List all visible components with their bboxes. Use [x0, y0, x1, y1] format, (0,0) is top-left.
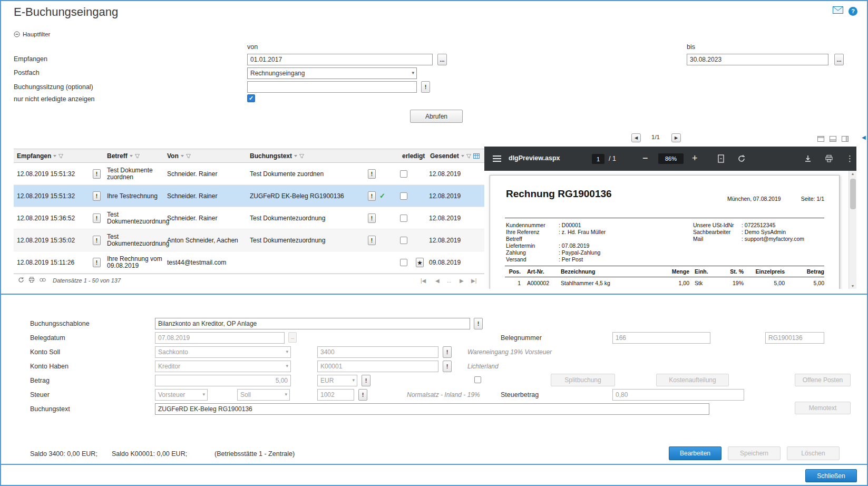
steuer-konto-input[interactable]	[317, 389, 354, 401]
buchungstext-detail-button[interactable]: !	[368, 236, 376, 245]
column-header-buchungstext[interactable]: Buchungstext	[250, 149, 304, 163]
postfach-select[interactable]: Rechnungseingang ▾	[247, 67, 417, 79]
scroll-up-icon[interactable]: ▲	[849, 172, 856, 176]
konto-soll-lookup-button[interactable]: !	[443, 346, 452, 358]
column-header-empfangen[interactable]: Empfangen	[17, 149, 63, 163]
column-header-erledigt[interactable]: erledigt	[402, 149, 425, 163]
konto-haben-lookup-button[interactable]: !	[443, 361, 452, 372]
dock-right-icon[interactable]	[842, 134, 849, 144]
pager-next-button[interactable]: ▶	[460, 278, 464, 284]
loeschen-button[interactable]: Löschen	[787, 446, 840, 460]
pdf-scrollbar-thumb[interactable]	[850, 179, 856, 209]
pdf-page-input[interactable]: 1	[592, 154, 604, 164]
buchungstext-detail-button[interactable]: !	[368, 191, 376, 201]
pager-last-button[interactable]: ▶|	[471, 278, 476, 284]
konto-haben-input[interactable]	[317, 361, 438, 372]
more-options-icon[interactable]: ⋮	[846, 154, 854, 163]
von-date-input[interactable]	[247, 54, 433, 65]
row-detail-button[interactable]: !	[93, 191, 101, 201]
pager-prev-button[interactable]: ◀	[435, 278, 440, 284]
kostenaufteilung-button[interactable]: Kostenaufteilung	[656, 374, 729, 386]
buchungsschablone-lookup-button[interactable]: !	[474, 318, 483, 329]
row-detail-button[interactable]: !	[93, 169, 101, 179]
belegnummer-input[interactable]	[612, 332, 710, 344]
print-icon[interactable]	[825, 154, 833, 165]
pager-first-button[interactable]: |◀	[421, 278, 426, 284]
fit-page-icon[interactable]	[717, 154, 725, 165]
row-detail-button[interactable]: !	[93, 213, 101, 223]
erledigt-checkbox[interactable]	[400, 237, 407, 244]
buchungssitzung-lookup-button[interactable]: !	[421, 81, 430, 93]
steuer-side-select[interactable]: Soll ▾	[237, 389, 290, 401]
currency-lookup-button[interactable]: !	[362, 375, 370, 386]
scroll-down-icon[interactable]: ▼	[849, 284, 856, 288]
row-detail-button[interactable]: !	[93, 258, 101, 267]
select-columns-icon[interactable]	[473, 153, 480, 159]
buchungstext-input[interactable]	[155, 403, 709, 415]
konto-soll-type-select[interactable]: Sachkonto ▾	[155, 346, 291, 358]
column-header-betreff[interactable]: Betreff	[107, 149, 140, 163]
belegdatum-picker-button[interactable]: ...	[288, 332, 297, 343]
row-detail-button[interactable]: !	[93, 236, 101, 245]
table-row[interactable]: 12.08.2019 15:11:26 ! Ihre Rechnung vom …	[14, 251, 494, 274]
refresh-icon[interactable]	[18, 277, 24, 285]
speichern-button[interactable]: Speichern	[728, 446, 781, 460]
column-header-gesendet[interactable]: Gesendet	[430, 149, 480, 163]
hauptfilter-toggle[interactable]: Hauptfilter	[14, 31, 50, 37]
rotate-icon[interactable]	[737, 154, 746, 165]
filter-icon[interactable]	[186, 154, 191, 159]
pager-more-button[interactable]: ...	[447, 278, 451, 284]
erledigt-checkbox[interactable]	[400, 170, 407, 178]
star-button[interactable]: ★	[416, 258, 424, 267]
mail-icon[interactable]	[833, 6, 843, 16]
bis-picker-button[interactable]: ...	[834, 54, 844, 65]
preview-prev-page-button[interactable]: ◀	[631, 133, 641, 142]
column-header-von[interactable]: Von	[167, 149, 191, 163]
buchungstext-detail-button[interactable]: !	[368, 213, 376, 223]
currency-select[interactable]: EUR ▾	[317, 375, 357, 386]
buchungsschablone-input[interactable]	[155, 318, 470, 329]
erledigt-checkbox[interactable]	[400, 192, 407, 200]
popout-window-icon[interactable]	[817, 134, 824, 144]
export-icon[interactable]	[39, 277, 46, 285]
table-row[interactable]: 12.08.2019 15:36:52 ! Test Dokumentezuor…	[14, 207, 494, 229]
abrufen-button[interactable]: Abrufen	[410, 110, 463, 123]
filter-icon[interactable]	[135, 154, 140, 159]
menu-icon[interactable]	[493, 155, 501, 163]
betrag-input[interactable]	[155, 375, 291, 386]
belegdatum-input[interactable]	[155, 332, 285, 344]
filter-icon[interactable]	[299, 154, 304, 159]
download-icon[interactable]	[804, 154, 812, 165]
preview-next-page-button[interactable]: ▶	[671, 133, 681, 142]
print-grid-icon[interactable]	[28, 277, 35, 285]
pdf-scrollbar[interactable]: ▲ ▼	[849, 171, 856, 289]
dock-bottom-icon[interactable]	[830, 134, 836, 144]
bis-date-input[interactable]	[687, 54, 828, 65]
steuer-type-select[interactable]: Vorsteuer ▾	[155, 389, 208, 401]
unerledigt-checkbox[interactable]: ✓	[247, 94, 255, 102]
konto-haben-type-select[interactable]: Kreditor ▾	[155, 361, 291, 372]
schliessen-button[interactable]: Schließen	[805, 469, 857, 482]
filter-icon[interactable]	[466, 154, 471, 159]
buchungssitzung-input[interactable]	[247, 81, 417, 93]
memotext-button[interactable]: Memotext	[795, 402, 851, 414]
filter-icon[interactable]	[58, 154, 63, 159]
steuerbetrag-input[interactable]	[612, 389, 744, 401]
belegreferenz-input[interactable]	[765, 332, 824, 344]
table-row[interactable]: 12.08.2019 15:51:32 ! Test Dokumente zuo…	[14, 163, 494, 185]
offene-posten-button[interactable]: Offene Posten	[795, 374, 851, 386]
table-row[interactable]: 12.08.2019 15:35:02 ! Test Dokumentezuor…	[14, 229, 494, 251]
splitter[interactable]	[1, 294, 867, 295]
steuer-lookup-button[interactable]: !	[358, 389, 367, 401]
table-row[interactable]: 12.08.2019 15:51:32 ! Ihre Testrechnung …	[14, 185, 494, 207]
zoom-out-icon[interactable]: −	[642, 153, 648, 164]
bearbeiten-button[interactable]: Bearbeiten	[669, 446, 721, 460]
betrag-checkbox[interactable]	[474, 376, 481, 383]
konto-soll-input[interactable]	[317, 346, 438, 358]
erledigt-checkbox[interactable]	[400, 259, 407, 266]
erledigt-checkbox[interactable]	[400, 215, 407, 222]
zoom-in-icon[interactable]: +	[692, 153, 698, 164]
buchungstext-detail-button[interactable]: !	[368, 169, 376, 179]
splitbuchung-button[interactable]: Splitbuchung	[551, 374, 615, 386]
collapse-preview-icon[interactable]: ◀	[862, 134, 866, 140]
